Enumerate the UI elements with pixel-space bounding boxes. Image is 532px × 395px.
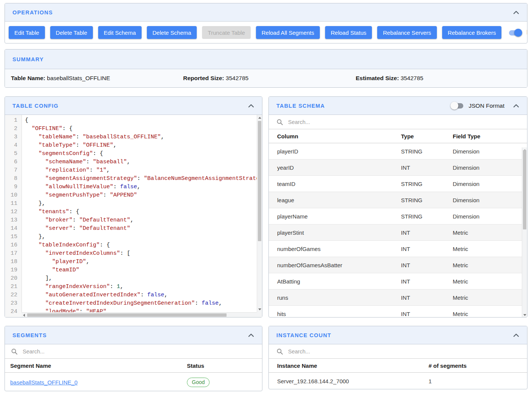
line-number: 20 bbox=[5, 274, 22, 283]
horizontal-scrollbar[interactable] bbox=[22, 312, 262, 318]
line-number: 13 bbox=[5, 216, 22, 225]
line-number: 12 bbox=[5, 208, 22, 216]
segments-header: SEGMENTS bbox=[5, 326, 262, 344]
instance-count-panel: INSTANCE COUNT Instance Name # of segmen… bbox=[268, 326, 527, 389]
vertical-scrollbar-thumb[interactable] bbox=[523, 150, 526, 229]
code-line: 16 "tableIndexConfig": { bbox=[5, 241, 257, 249]
segments-title: SEGMENTS bbox=[12, 332, 47, 338]
line-number: 2 bbox=[5, 125, 22, 133]
segments-search-input[interactable] bbox=[22, 348, 256, 355]
line-number: 3 bbox=[5, 133, 22, 141]
reload-all-segments-button[interactable]: Reload All Segments bbox=[256, 26, 320, 39]
schema-cell: Dimension bbox=[453, 197, 527, 203]
instance-name: Server_192.168.144.2_7000 bbox=[269, 378, 429, 384]
schema-table-body: playerIDSTRINGDimensionyearIDINTDimensio… bbox=[269, 143, 527, 318]
rebalance-servers-button[interactable]: Rebalance Servers bbox=[377, 26, 437, 39]
schema-cell: Dimension bbox=[453, 164, 527, 171]
config-code-editor[interactable]: 1{2 "OFFLINE": {3 "tableName": "baseball… bbox=[5, 115, 262, 318]
schema-row: yearIDINTDimension bbox=[269, 160, 527, 176]
schema-cell: INT bbox=[401, 278, 453, 285]
summary-table-name-value: baseballStats_OFFLINE bbox=[47, 75, 110, 81]
segment-link[interactable]: baseballStats_OFFLINE_0 bbox=[10, 379, 77, 386]
schema-cell: numberOfGamesAsBatter bbox=[269, 262, 401, 268]
code-line: 8 "segmentAssignmentStrategy": "BalanceN… bbox=[5, 175, 257, 183]
schema-cell: numberOfGames bbox=[269, 246, 401, 252]
scroll-down-icon[interactable] bbox=[258, 308, 261, 310]
enable-toggle[interactable] bbox=[508, 29, 522, 37]
instance-count-header: INSTANCE COUNT bbox=[269, 326, 527, 344]
line-number: 19 bbox=[5, 266, 22, 274]
schema-cell: INT bbox=[401, 294, 453, 301]
line-number: 24 bbox=[5, 308, 22, 316]
line-number: 8 bbox=[5, 175, 22, 183]
code-line: 20 ], bbox=[5, 274, 257, 283]
vertical-scrollbar[interactable] bbox=[257, 115, 262, 312]
instance-count-title: INSTANCE COUNT bbox=[276, 332, 331, 338]
scroll-down-icon[interactable] bbox=[523, 314, 526, 316]
delete-schema-button[interactable]: Delete Schema bbox=[147, 26, 197, 39]
instance-segment-count: 1 bbox=[429, 378, 527, 384]
schema-search-input[interactable] bbox=[287, 119, 520, 125]
schema-col-header-type: Type bbox=[401, 133, 453, 139]
scroll-left-icon[interactable] bbox=[23, 314, 25, 317]
table-config-panel: TABLE CONFIG 1{2 "OFFLINE": {3 "tableNam… bbox=[5, 96, 262, 318]
line-number: 14 bbox=[5, 225, 22, 233]
edit-table-button[interactable]: Edit Table bbox=[9, 26, 45, 39]
schema-cell: INT bbox=[401, 229, 453, 236]
json-format-toggle[interactable] bbox=[450, 102, 464, 110]
instance-search-row bbox=[269, 344, 527, 359]
code-line: 1{ bbox=[5, 116, 257, 125]
code-line: 14 "server": "DefaultTenant" bbox=[5, 225, 257, 233]
segments-table-body: baseballStats_OFFLINE_0Good bbox=[5, 373, 262, 391]
schema-cell: STRING bbox=[401, 181, 453, 187]
schema-row: hitsINTMetric bbox=[269, 306, 527, 318]
horizontal-scrollbar-thumb[interactable] bbox=[27, 313, 227, 317]
edit-schema-button[interactable]: Edit Schema bbox=[98, 26, 142, 39]
code-line: 12 "tenants": { bbox=[5, 208, 257, 216]
summary-reported-size: Reported Size: 3542785 bbox=[183, 75, 356, 82]
code-line: 11 }, bbox=[5, 200, 257, 208]
operations-panel: OPERATIONS Edit TableDelete TableEdit Sc… bbox=[5, 3, 527, 43]
vertical-scrollbar[interactable] bbox=[522, 147, 527, 318]
schema-cell: INT bbox=[401, 262, 453, 268]
schema-col-header-column: Column bbox=[269, 133, 401, 139]
code-line: 3 "tableName": "baseballStats_OFFLINE", bbox=[5, 133, 257, 141]
segments-collapse-button[interactable] bbox=[248, 333, 254, 338]
rebalance-brokers-button[interactable]: Rebalance Brokers bbox=[442, 26, 502, 39]
segments-table-header: Segment Name Status bbox=[5, 359, 262, 373]
operations-collapse-button[interactable] bbox=[513, 10, 520, 15]
code-lines: 1{2 "OFFLINE": {3 "tableName": "baseball… bbox=[5, 116, 257, 316]
summary-title: SUMMARY bbox=[12, 56, 44, 62]
table-schema-collapse-button[interactable] bbox=[513, 103, 520, 108]
code-line: 9 "allowNullTimeValue": false, bbox=[5, 183, 257, 191]
instance-search-input[interactable] bbox=[287, 348, 520, 355]
schema-cell: STRING bbox=[401, 197, 453, 203]
line-number: 18 bbox=[5, 258, 22, 266]
code-line: 23 "createInvertedIndexDuringSegmentGene… bbox=[5, 299, 257, 308]
table-schema-title: TABLE SCHEMA bbox=[276, 103, 325, 109]
schema-cell: runs bbox=[269, 294, 401, 301]
table-config-collapse-button[interactable] bbox=[248, 103, 254, 108]
chevron-up-icon bbox=[513, 103, 520, 108]
line-number: 17 bbox=[5, 249, 22, 258]
code-line: 6 "schemaName": "baseball", bbox=[5, 158, 257, 166]
delete-table-button[interactable]: Delete Table bbox=[50, 26, 93, 39]
summary-header: SUMMARY bbox=[5, 50, 527, 69]
instance-count-collapse-button[interactable] bbox=[513, 333, 520, 338]
scroll-up-icon[interactable] bbox=[258, 117, 261, 119]
table-schema-panel: TABLE SCHEMA JSON Format Column bbox=[268, 96, 527, 318]
line-number: 22 bbox=[5, 291, 22, 299]
segments-search-row bbox=[5, 344, 262, 359]
vertical-scrollbar-thumb[interactable] bbox=[258, 121, 261, 241]
schema-cell: Metric bbox=[453, 229, 527, 236]
chevron-up-icon bbox=[513, 333, 520, 338]
summary-reported-size-label: Reported Size: bbox=[183, 75, 224, 81]
operations-buttons: Edit TableDelete TableEdit SchemaDelete … bbox=[5, 22, 527, 43]
reload-status-button[interactable]: Reload Status bbox=[325, 26, 372, 39]
truncate-table-button: Truncate Table bbox=[202, 26, 250, 39]
search-icon bbox=[11, 348, 18, 355]
schema-cell: STRING bbox=[401, 213, 453, 220]
instance-row: Server_192.168.144.2_70001 bbox=[269, 373, 527, 389]
summary-reported-size-value: 3542785 bbox=[226, 75, 248, 81]
code-line: 21 "rangeIndexVersion": 1, bbox=[5, 283, 257, 291]
